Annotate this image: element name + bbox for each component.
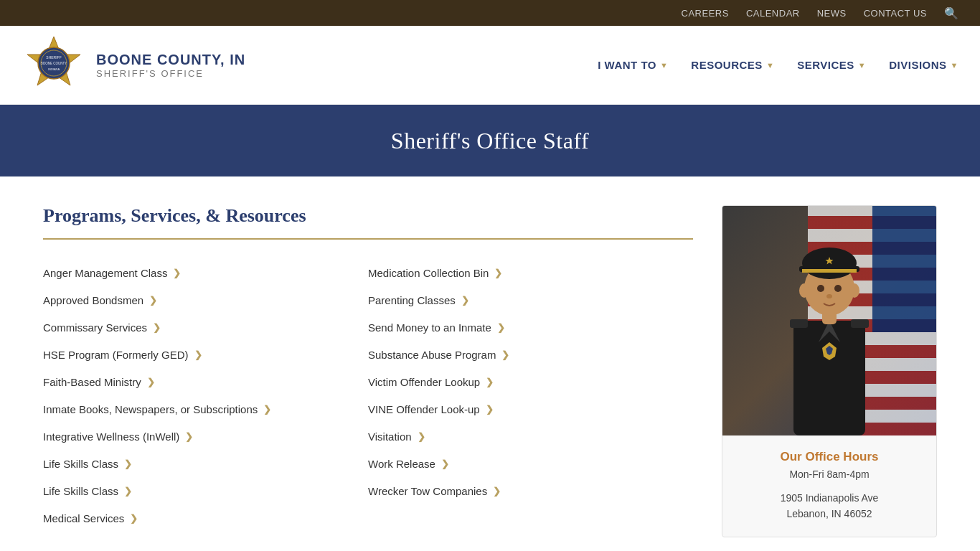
list-item[interactable]: Integrative Wellness (InWell) ❯ xyxy=(43,423,368,451)
chevron-right-icon: ❯ xyxy=(461,295,469,306)
top-bar: CAREERS CALENDAR NEWS CONTACT US 🔍 xyxy=(0,0,980,26)
section-title: Programs, Services, & Resources xyxy=(43,205,693,227)
links-grid: Anger Management Class ❯ Approved Bondsm… xyxy=(43,260,693,532)
list-item[interactable]: Wrecker Tow Companies ❯ xyxy=(368,478,693,505)
search-icon[interactable]: 🔍 xyxy=(944,6,958,20)
chevron-down-icon: ▼ xyxy=(951,61,958,70)
chevron-right-icon: ❯ xyxy=(173,268,181,278)
chevron-right-icon: ❯ xyxy=(494,268,502,278)
list-item[interactable]: Inmate Books, Newspapers, or Subscriptio… xyxy=(43,396,368,423)
list-item[interactable]: VINE Offender Look-up ❯ xyxy=(368,396,693,423)
sidebar: Our Office Hours Mon-Fri 8am-4pm 1905 In… xyxy=(722,205,937,537)
list-item[interactable]: Life Skills Class ❯ xyxy=(43,478,368,505)
chevron-right-icon: ❯ xyxy=(147,377,155,387)
logo-title: BOONE COUNTY, IN xyxy=(96,52,245,68)
svg-rect-10 xyxy=(790,319,808,328)
list-item[interactable]: HSE Program (Formerly GED) ❯ xyxy=(43,342,368,369)
list-item[interactable]: Anger Management Class ❯ xyxy=(43,260,368,287)
list-item[interactable]: Parenting Classes ❯ xyxy=(368,287,693,314)
calendar-link[interactable]: CALENDAR xyxy=(746,8,800,19)
chevron-right-icon: ❯ xyxy=(149,295,157,306)
list-item[interactable]: Substance Abuse Program ❯ xyxy=(368,342,693,369)
svg-point-19 xyxy=(826,294,832,298)
chevron-right-icon: ❯ xyxy=(263,404,271,415)
nav-item-divisions[interactable]: DIVISIONS ▼ xyxy=(889,59,958,71)
chevron-down-icon: ▼ xyxy=(858,61,866,70)
logo-subtitle: SHERIFF'S OFFICE xyxy=(96,68,245,79)
officer-figure-svg xyxy=(750,220,908,435)
list-item[interactable]: Work Release ❯ xyxy=(368,451,693,478)
svg-point-20 xyxy=(799,283,809,298)
chevron-right-icon: ❯ xyxy=(418,431,425,442)
svg-rect-16 xyxy=(802,269,857,273)
svg-rect-6 xyxy=(793,321,865,435)
list-item[interactable]: Life Skills Class ❯ xyxy=(43,451,368,478)
logo-area: SHERIFF BOONE COUNTY INDIANA BOONE COUNT… xyxy=(22,33,598,98)
officer-photo xyxy=(722,206,936,435)
list-item[interactable]: Medical Services ❯ xyxy=(43,505,368,532)
list-item[interactable]: Approved Bondsmen ❯ xyxy=(43,287,368,314)
chevron-down-icon: ▼ xyxy=(766,61,774,70)
hero-banner: Sheriff's Office Staff xyxy=(0,105,980,176)
chevron-right-icon: ❯ xyxy=(130,513,138,524)
svg-point-21 xyxy=(849,283,859,298)
list-item[interactable]: Faith-Based Ministry ❯ xyxy=(43,369,368,396)
page-title: Sheriff's Office Staff xyxy=(391,128,589,154)
list-item[interactable]: Commissary Services ❯ xyxy=(43,314,368,342)
nav-item-services[interactable]: SERVICES ▼ xyxy=(797,59,866,71)
sidebar-info: Our Office Hours Mon-Fri 8am-4pm 1905 In… xyxy=(722,435,936,537)
chevron-right-icon: ❯ xyxy=(486,377,494,387)
list-item[interactable]: Victim Offender Lookup ❯ xyxy=(368,369,693,396)
office-hours-text: Mon-Fri 8am-4pm xyxy=(737,468,922,480)
chevron-right-icon: ❯ xyxy=(501,349,509,360)
svg-point-15 xyxy=(802,248,857,279)
content-wrapper: Programs, Services, & Resources Anger Ma… xyxy=(0,176,980,551)
chevron-right-icon: ❯ xyxy=(194,349,202,360)
main-content: Programs, Services, & Resources Anger Ma… xyxy=(43,205,693,537)
svg-text:BOONE COUNTY: BOONE COUNTY xyxy=(41,62,67,65)
chevron-right-icon: ❯ xyxy=(441,458,449,469)
news-link[interactable]: NEWS xyxy=(817,8,847,19)
list-item[interactable]: Medication Collection Bin ❯ xyxy=(368,260,693,287)
nav-item-iwantto[interactable]: I WANT TO ▼ xyxy=(598,59,668,71)
list-item[interactable]: Send Money to an Inmate ❯ xyxy=(368,314,693,342)
logo-text: BOONE COUNTY, IN SHERIFF'S OFFICE xyxy=(96,52,245,79)
logo-badge: SHERIFF BOONE COUNTY INDIANA xyxy=(22,33,86,98)
nav-item-resources[interactable]: RESOURCES ▼ xyxy=(691,59,774,71)
chevron-right-icon: ❯ xyxy=(153,322,161,333)
main-nav: SHERIFF BOONE COUNTY INDIANA BOONE COUNT… xyxy=(0,26,980,105)
chevron-right-icon: ❯ xyxy=(486,404,494,415)
chevron-down-icon: ▼ xyxy=(660,61,668,70)
divider xyxy=(43,238,693,240)
chevron-right-icon: ❯ xyxy=(185,431,193,442)
sidebar-card: Our Office Hours Mon-Fri 8am-4pm 1905 In… xyxy=(722,205,937,537)
careers-link[interactable]: CAREERS xyxy=(682,8,729,19)
svg-rect-11 xyxy=(851,319,869,328)
svg-text:INDIANA: INDIANA xyxy=(48,67,60,71)
left-links-col: Anger Management Class ❯ Approved Bondsm… xyxy=(43,260,368,532)
contact-link[interactable]: CONTACT US xyxy=(864,8,927,19)
nav-items: I WANT TO ▼ RESOURCES ▼ SERVICES ▼ DIVIS… xyxy=(598,59,958,71)
svg-point-17 xyxy=(817,285,824,292)
list-item[interactable]: Visitation ❯ xyxy=(368,423,693,451)
office-hours-title: Our Office Hours xyxy=(737,450,922,464)
svg-point-18 xyxy=(834,285,842,292)
chevron-right-icon: ❯ xyxy=(497,322,505,333)
office-address: 1905 Indianapolis Ave Lebanon, IN 46052 xyxy=(737,490,922,522)
chevron-right-icon: ❯ xyxy=(124,458,132,469)
chevron-right-icon: ❯ xyxy=(493,486,501,496)
chevron-right-icon: ❯ xyxy=(124,486,132,496)
svg-text:SHERIFF: SHERIFF xyxy=(46,55,61,60)
right-links-col: Medication Collection Bin ❯ Parenting Cl… xyxy=(368,260,693,532)
